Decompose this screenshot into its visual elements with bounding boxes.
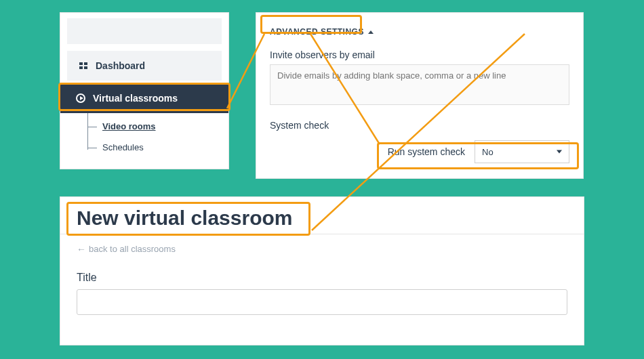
back-to-classrooms-link[interactable]: ← back to all classrooms (77, 244, 176, 254)
arrow-left-icon: ← (77, 245, 86, 254)
sidebar-subitems: Video rooms Schedules (87, 116, 228, 158)
page-title: New virtual classroom (77, 207, 292, 230)
sidebar-item-label: Virtual classrooms (93, 93, 178, 104)
sidebar-subitem-schedules[interactable]: Schedules (87, 137, 228, 158)
sidebar-subitem-label: Schedules (102, 142, 144, 152)
sidebar-item-label: Dashboard (96, 60, 145, 71)
sidebar: Dashboard Virtual classrooms Video rooms… (60, 12, 229, 169)
chevron-down-icon (557, 150, 562, 154)
sidebar-subitem-label: Video rooms (102, 121, 156, 131)
new-classroom-panel: New virtual classroom ← back to all clas… (60, 196, 584, 345)
divider (60, 234, 584, 234)
advanced-settings-label: ADVANCED SETTINGS (270, 27, 364, 37)
play-circle-icon (75, 93, 86, 104)
run-system-check-label: Run system check (388, 146, 465, 157)
title-input[interactable] (77, 289, 567, 315)
run-system-check-select[interactable]: No (475, 140, 569, 163)
select-value: No (482, 147, 494, 157)
advanced-settings-toggle[interactable]: ADVANCED SETTINGS (270, 27, 374, 37)
sidebar-placeholder (67, 18, 222, 44)
system-check-heading: System check (270, 120, 569, 131)
invite-observers-textarea[interactable] (270, 64, 569, 105)
sidebar-item-virtual-classrooms[interactable]: Virtual classrooms (60, 83, 228, 113)
title-field-label: Title (77, 272, 567, 284)
system-check-row: Run system check No (270, 140, 569, 163)
back-link-label: back to all classrooms (89, 244, 176, 254)
grid-icon (78, 60, 89, 71)
advanced-settings-panel: ADVANCED SETTINGS Invite observers by em… (256, 12, 584, 179)
invite-observers-label: Invite observers by email (270, 49, 569, 60)
sidebar-item-dashboard[interactable]: Dashboard (67, 51, 222, 81)
sidebar-subitem-video-rooms[interactable]: Video rooms (87, 116, 228, 137)
caret-up-icon (368, 30, 374, 34)
